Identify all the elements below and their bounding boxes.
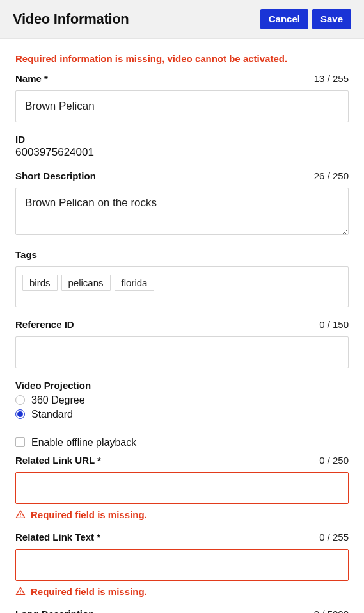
tag-chip[interactable]: pelicans [61,275,111,291]
related-link-url-label: Related Link URL * [15,455,101,466]
short-description-section: Short Description 26 / 250 [15,170,349,238]
svg-point-1 [20,516,20,517]
video-projection-section: Video Projection 360 Degree Standard [15,380,349,420]
reference-id-counter: 0 / 150 [319,319,349,330]
related-link-text-input[interactable] [15,549,349,581]
warning-icon [15,509,26,519]
short-description-label: Short Description [15,170,96,181]
save-button[interactable]: Save [312,9,351,29]
form-body: Required information is missing, video c… [0,39,364,614]
radio-label: Standard [31,409,73,420]
long-description-counter: 0 / 5000 [314,609,349,614]
short-description-input[interactable] [15,188,349,235]
projection-option-360[interactable]: 360 Degree [15,395,349,406]
validation-banner: Required information is missing, video c… [15,53,349,64]
checkbox-label: Enable offline playback [31,437,136,448]
panel-header: Video Information Cancel Save [0,0,364,39]
short-description-counter: 26 / 250 [314,170,349,181]
long-description-label: Long Description [15,609,94,614]
related-link-text-section: Related Link Text * 0 / 255 Required fie… [15,532,349,597]
related-link-url-section: Related Link URL * 0 / 250 Required fiel… [15,455,349,520]
header-actions: Cancel Save [260,9,351,29]
name-input[interactable] [15,90,349,122]
reference-id-label: Reference ID [15,319,74,330]
offline-playback-toggle[interactable]: Enable offline playback [15,437,349,448]
warning-icon [15,586,26,596]
checkbox-icon [15,437,25,447]
tags-label: Tags [15,249,349,260]
svg-point-3 [20,593,20,594]
video-projection-label: Video Projection [15,380,349,391]
panel-title: Video Information [13,11,129,28]
related-link-url-error: Required field is missing. [15,509,349,520]
radio-icon [15,395,25,405]
name-section: Name * 13 / 255 [15,73,349,122]
error-text: Required field is missing. [31,586,147,597]
radio-label: 360 Degree [31,395,85,406]
related-link-url-input[interactable] [15,472,349,504]
tag-chip[interactable]: birds [22,275,58,291]
tags-input[interactable]: birds pelicans florida [15,266,349,307]
id-value: 6003975624001 [15,146,349,159]
name-label: Name * [15,73,48,84]
error-text: Required field is missing. [31,509,147,520]
reference-id-section: Reference ID 0 / 150 [15,319,349,368]
tags-section: Tags birds pelicans florida [15,249,349,307]
id-label: ID [15,134,349,145]
cancel-button[interactable]: Cancel [260,9,308,29]
tag-chip[interactable]: florida [115,275,155,291]
related-link-text-counter: 0 / 255 [319,532,349,543]
radio-icon [15,409,25,419]
related-link-text-error: Required field is missing. [15,586,349,597]
projection-option-standard[interactable]: Standard [15,409,349,420]
id-section: ID 6003975624001 [15,134,349,159]
related-link-url-counter: 0 / 250 [319,455,349,466]
reference-id-input[interactable] [15,336,349,368]
name-counter: 13 / 255 [314,73,349,84]
long-description-section: Long Description 0 / 5000 [15,609,349,614]
related-link-text-label: Related Link Text * [15,532,100,543]
